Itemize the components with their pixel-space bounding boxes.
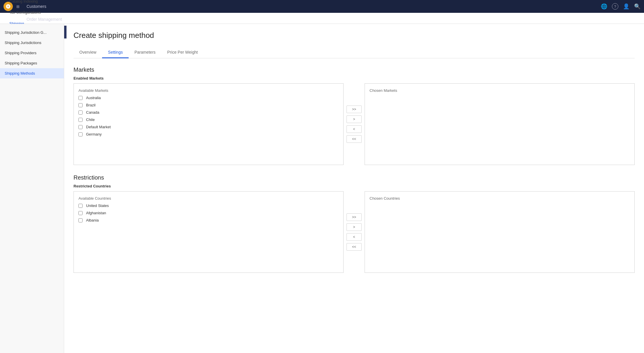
available-country-item[interactable]: United States: [78, 203, 339, 208]
sidebar-item-shipping-jurisdictions[interactable]: Shipping Jurisdictions: [0, 38, 64, 48]
country-label: Albania: [86, 218, 99, 222]
sidebar-item-shipping-packages[interactable]: Shipping Packages: [0, 58, 64, 68]
sub-nav-item-tax-configurations[interactable]: Tax Configurations: [5, 7, 49, 18]
countries-transfer-widget: Available Countries United StatesAfghani…: [74, 191, 635, 273]
market-checkbox[interactable]: [78, 125, 83, 129]
markets-add-all-btn[interactable]: >>: [346, 106, 362, 113]
market-checkbox[interactable]: [78, 96, 83, 100]
countries-transfer-controls: >> > < <<: [344, 191, 365, 273]
sidebar: Shipping Jurisdiction G...Shipping Juris…: [0, 24, 64, 353]
markets-section: Markets Enabled Markets Available Market…: [74, 66, 635, 165]
chosen-countries-label: Chosen Countries: [370, 196, 630, 201]
market-label: Chile: [86, 117, 95, 122]
market-label: Australia: [86, 96, 101, 100]
countries-add-btn[interactable]: >: [346, 223, 362, 231]
available-market-item[interactable]: Chile: [78, 117, 339, 122]
markets-title: Markets: [74, 66, 635, 73]
restrictions-subtitle: Restricted Countries: [74, 184, 635, 188]
restrictions-section: Restrictions Restricted Countries Availa…: [74, 174, 635, 273]
restrictions-title: Restrictions: [74, 174, 635, 181]
chosen-markets-label: Chosen Markets: [370, 88, 630, 93]
country-label: United States: [86, 203, 109, 208]
sidebar-item-shipping-methods[interactable]: Shipping Methods: [0, 68, 64, 78]
available-markets-box: Available Markets AustraliaBrazilCanadaC…: [74, 83, 344, 165]
available-markets-list: AustraliaBrazilCanadaChileDefault Market…: [78, 96, 339, 136]
market-checkbox[interactable]: [78, 103, 83, 107]
available-market-item[interactable]: Brazil: [78, 103, 339, 107]
market-checkbox[interactable]: [78, 118, 83, 122]
countries-remove-all-btn[interactable]: <<: [346, 243, 362, 251]
market-label: Default Market: [86, 125, 111, 129]
chosen-markets-box: Chosen Markets: [365, 83, 635, 165]
search-icon[interactable]: 🔍: [634, 3, 640, 10]
tab-price-per-weight[interactable]: Price Per Weight: [161, 47, 204, 58]
top-nav-right: 🌐 ? 👤 🔍: [601, 3, 640, 10]
market-checkbox[interactable]: [78, 110, 83, 115]
markets-remove-all-btn[interactable]: <<: [346, 135, 362, 143]
tab-parameters[interactable]: Parameters: [129, 47, 161, 58]
sub-nav-item-catalog-indexing[interactable]: Catalog Indexing: [5, 0, 49, 7]
globe-icon[interactable]: 🌐: [601, 3, 607, 10]
available-country-item[interactable]: Afghanistan: [78, 211, 339, 215]
available-countries-checkboxes: United StatesAfghanistanAlbania: [78, 203, 339, 222]
countries-add-all-btn[interactable]: >>: [346, 213, 362, 221]
sub-nav: MarketsWarehousesCatalog IndexingTax Con…: [0, 13, 644, 24]
available-countries-box: Available Countries United StatesAfghani…: [74, 191, 344, 273]
sidebar-items: Shipping Jurisdiction G...Shipping Juris…: [0, 27, 64, 78]
available-countries-label: Available Countries: [78, 196, 339, 201]
available-countries-list: United StatesAfghanistanAlbania: [78, 203, 339, 222]
available-markets-label: Available Markets: [78, 88, 339, 93]
market-label: Germany: [86, 132, 102, 136]
chosen-countries-box: Chosen Countries: [365, 191, 635, 273]
available-country-item[interactable]: Albania: [78, 218, 339, 222]
available-market-item[interactable]: Canada: [78, 110, 339, 115]
markets-remove-btn[interactable]: <: [346, 125, 362, 133]
country-checkbox[interactable]: [78, 211, 83, 215]
tabs: OverviewSettingsParametersPrice Per Weig…: [74, 47, 635, 58]
countries-remove-btn[interactable]: <: [346, 233, 362, 241]
market-label: Canada: [86, 110, 99, 115]
page-title: Create shipping method: [74, 31, 635, 40]
sidebar-item-shipping-jurisdiction-g-[interactable]: Shipping Jurisdiction G...: [0, 27, 64, 38]
markets-transfer-widget: Available Markets AustraliaBrazilCanadaC…: [74, 83, 635, 165]
market-label: Brazil: [86, 103, 96, 107]
available-market-item[interactable]: Australia: [78, 96, 339, 100]
available-market-item[interactable]: Germany: [78, 132, 339, 136]
country-checkbox[interactable]: [78, 218, 83, 222]
top-nav: ⊞ CommerceCatalogMarketingCustomersOrder…: [0, 0, 644, 13]
market-checkbox[interactable]: [78, 132, 83, 136]
user-icon[interactable]: 👤: [623, 3, 629, 10]
tab-settings[interactable]: Settings: [102, 47, 129, 58]
markets-add-btn[interactable]: >: [346, 115, 362, 123]
layout: Shipping Jurisdiction G...Shipping Juris…: [0, 24, 644, 353]
available-markets-checkboxes: AustraliaBrazilCanadaChileDefault Market…: [78, 96, 339, 136]
country-checkbox[interactable]: [78, 204, 83, 208]
country-label: Afghanistan: [86, 211, 106, 215]
markets-transfer-controls: >> > < <<: [344, 83, 365, 165]
markets-subtitle: Enabled Markets: [74, 76, 635, 80]
sidebar-item-shipping-providers[interactable]: Shipping Providers: [0, 48, 64, 58]
tab-overview[interactable]: Overview: [74, 47, 102, 58]
help-icon[interactable]: ?: [612, 3, 618, 10]
main-content: Create shipping method OverviewSettingsP…: [64, 24, 644, 353]
available-market-item[interactable]: Default Market: [78, 125, 339, 129]
